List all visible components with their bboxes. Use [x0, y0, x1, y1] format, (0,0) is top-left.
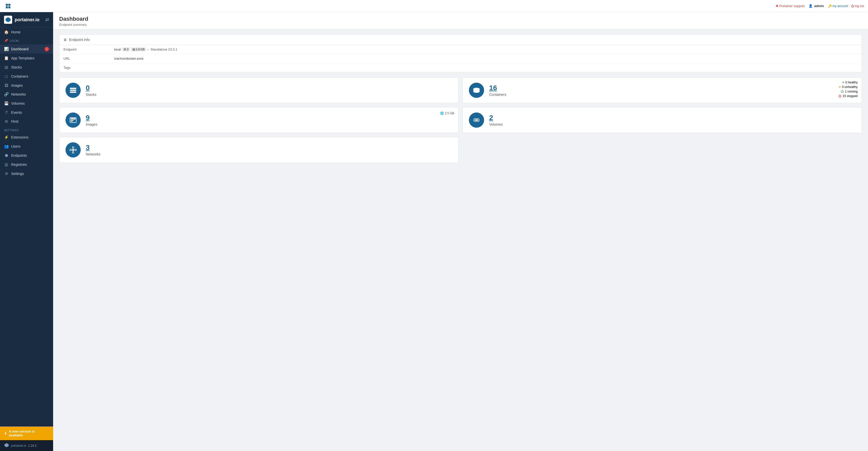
- sidebar-logo-icon: [4, 16, 12, 24]
- sidebar-item-networks[interactable]: 🔗 Networks: [0, 90, 53, 99]
- cpu-icon: ⚙ 2: [122, 47, 130, 51]
- content-header: Dashboard Endpoint summary: [53, 12, 868, 29]
- stats-grid: 0 Stacks: [59, 77, 862, 163]
- app-wrapper: ✖ Portainer support 👤 admin 🔑 my account…: [0, 0, 868, 451]
- page-title: Dashboard: [59, 16, 862, 22]
- pin-icon: 📌: [4, 39, 8, 42]
- networks-count: 3: [86, 143, 452, 152]
- healthy-item: ♥ 0 healthy: [842, 80, 858, 84]
- svg-point-17: [477, 120, 478, 121]
- stacks-card[interactable]: 0 Stacks: [59, 77, 459, 103]
- dashboard-badge: 2: [44, 47, 49, 51]
- running-icon: ⏻: [841, 90, 844, 93]
- content-body: 🖥 Endpoint info Endpoint local ⚙ 2 ▤ 1.8…: [53, 29, 868, 168]
- top-header: ✖ Portainer support 👤 admin 🔑 my account…: [0, 0, 868, 12]
- containers-count: 16: [489, 84, 856, 92]
- sidebar-item-endpoints[interactable]: ⬢ Endpoints: [0, 151, 53, 160]
- endpoint-value: local ⚙ 2 ▤ 1.8 GB – Standalone 23.0.1: [114, 47, 177, 51]
- key-icon: 🔑: [828, 4, 832, 8]
- svg-rect-2: [6, 6, 8, 8]
- networks-icon: 🔗: [4, 92, 9, 97]
- volumes-label: Volumes: [489, 122, 856, 126]
- svg-marker-5: [5, 443, 9, 447]
- stacks-label: Stacks: [86, 93, 452, 97]
- endpoint-info-body: Endpoint local ⚙ 2 ▤ 1.8 GB – Standalone…: [59, 45, 862, 72]
- svg-point-20: [75, 149, 76, 151]
- events-icon: ⏱: [4, 110, 9, 115]
- sidebar-item-host[interactable]: ⊞ Host: [0, 117, 53, 126]
- header-right: ✖ Portainer support 👤 admin 🔑 my account…: [776, 4, 864, 8]
- version-badge: 1.24.2: [28, 444, 36, 447]
- url-value: /var/run/docker.sock: [114, 57, 144, 60]
- svg-point-19: [70, 149, 71, 151]
- containers-card[interactable]: 16 Containers ♥ 0 healthy ♥ 0 unhealthy: [463, 77, 862, 103]
- sidebar-logo: portainer.io ⇄: [0, 12, 53, 28]
- users-icon: 👥: [4, 144, 9, 149]
- extensions-icon: ⚡: [4, 135, 9, 139]
- sidebar-item-containers[interactable]: ◻ Containers: [0, 72, 53, 81]
- app-templates-icon: 📋: [4, 56, 9, 60]
- svg-rect-8: [70, 92, 76, 93]
- sidebar-item-images[interactable]: 🖼 Images: [0, 81, 53, 90]
- home-icon: 🏠: [4, 30, 9, 34]
- volumes-card[interactable]: 2 Volumes: [463, 107, 862, 133]
- sidebar-item-extensions[interactable]: ⚡ Extensions: [0, 133, 53, 142]
- sidebar-item-registries[interactable]: ▥ Registries: [0, 160, 53, 169]
- admin-user: 👤 admin: [809, 4, 824, 8]
- endpoint-info-card: 🖥 Endpoint info Endpoint local ⚙ 2 ▤ 1.8…: [59, 34, 862, 72]
- main-layout: portainer.io ⇄ 🏠 Home 📌 LOCAL 📊 Dashboar…: [0, 12, 868, 451]
- registries-icon: ▥: [4, 162, 9, 167]
- sidebar: portainer.io ⇄ 🏠 Home 📌 LOCAL 📊 Dashboar…: [0, 12, 53, 451]
- sidebar-bottom: ⬇ A new version is available portainer.i…: [0, 426, 53, 451]
- sidebar-item-app-templates[interactable]: 📋 App Templates: [0, 54, 53, 63]
- settings-icon: ⚙: [4, 171, 9, 176]
- support-link[interactable]: ✖ Portainer support: [776, 4, 805, 8]
- svg-rect-0: [6, 4, 8, 6]
- account-links: 🔑 my account ⏻ log out: [828, 4, 864, 8]
- svg-rect-11: [70, 118, 75, 120]
- images-card[interactable]: 9 Images 🌐 2.5 GB: [59, 107, 459, 133]
- images-label: Images: [86, 122, 452, 126]
- svg-rect-13: [70, 121, 73, 122]
- networks-icon-circle: [65, 142, 81, 158]
- support-icon: ✖: [776, 4, 778, 8]
- sidebar-logo-text: portainer.io: [15, 17, 39, 23]
- support-label: Portainer support: [779, 4, 805, 8]
- svg-point-21: [72, 147, 74, 148]
- volumes-icon-circle: [469, 112, 484, 128]
- sidebar-item-stacks[interactable]: ▤ Stacks: [0, 63, 53, 72]
- stacks-count: 0: [86, 84, 452, 92]
- sidebar-item-settings[interactable]: ⚙ Settings: [0, 169, 53, 178]
- sidebar-item-dashboard[interactable]: 📊 Dashboard 2: [0, 44, 53, 54]
- sidebar-item-users[interactable]: 👥 Users: [0, 142, 53, 151]
- networks-info: 3 Networks: [86, 143, 452, 156]
- svg-rect-12: [70, 120, 74, 121]
- my-account-link[interactable]: 🔑 my account: [828, 4, 848, 8]
- svg-rect-1: [8, 4, 10, 6]
- page-subtitle: Endpoint summary: [59, 23, 862, 27]
- containers-meta: ♥ 0 healthy ♥ 0 unhealthy ⏻ 1 running: [838, 80, 858, 98]
- networks-card[interactable]: 3 Networks: [59, 137, 459, 163]
- unhealthy-item: ♥ 0 unhealthy: [839, 85, 858, 89]
- svg-rect-7: [70, 90, 76, 91]
- transfer-icon[interactable]: ⇄: [45, 17, 49, 23]
- containers-label: Containers: [489, 93, 856, 97]
- sidebar-item-events[interactable]: ⏱ Events: [0, 108, 53, 117]
- sidebar-item-volumes[interactable]: 💾 Volumes: [0, 99, 53, 108]
- download-icon: ⬇: [4, 431, 7, 435]
- host-icon: ⊞: [4, 119, 9, 124]
- portainer-logo: [4, 2, 12, 10]
- unhealthy-icon: ♥: [839, 85, 841, 89]
- sidebar-footer: portainer.io 1.24.2: [0, 440, 53, 451]
- svg-rect-3: [8, 6, 10, 8]
- volumes-count: 2: [489, 114, 856, 122]
- footer-logo-text: portainer.io: [11, 444, 26, 447]
- sidebar-item-home[interactable]: 🏠 Home: [0, 28, 53, 37]
- svg-rect-6: [70, 88, 76, 89]
- stacks-icon: ▤: [4, 65, 9, 69]
- endpoint-row-tags: Tags: [59, 63, 862, 72]
- new-version-banner[interactable]: ⬇ A new version is available: [0, 426, 53, 440]
- logout-link[interactable]: ⏻ log out: [851, 4, 864, 8]
- endpoint-info-header: 🖥 Endpoint info: [59, 35, 862, 45]
- endpoints-icon: ⬢: [4, 153, 9, 158]
